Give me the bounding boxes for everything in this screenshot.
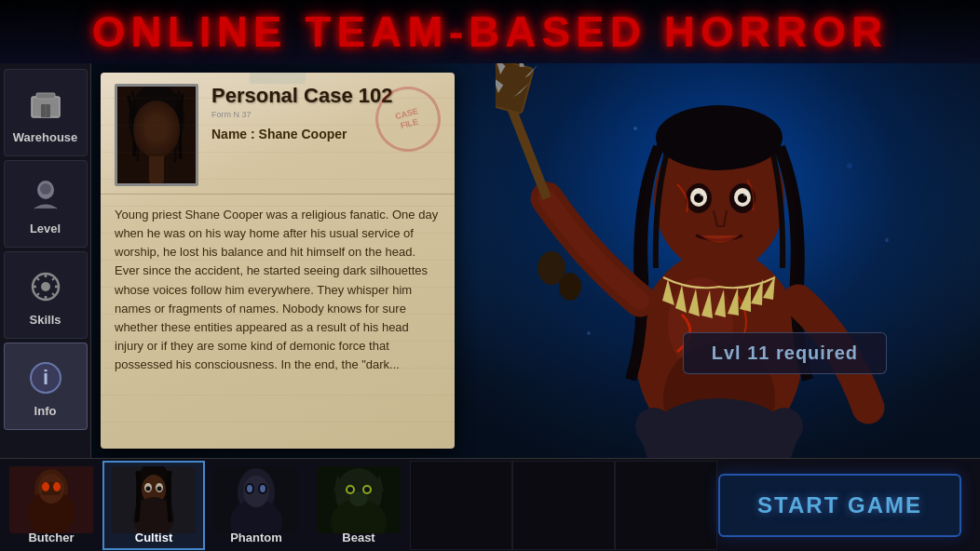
svg-point-75 <box>42 482 49 491</box>
svg-point-62 <box>559 273 581 301</box>
beast-bg <box>317 466 401 533</box>
char-slot-empty-3 <box>615 461 717 550</box>
sidebar: Warehouse Level <box>0 63 91 458</box>
svg-point-7 <box>41 282 50 291</box>
info-icon: i <box>23 356 68 400</box>
butcher-bg <box>9 466 93 533</box>
svg-rect-1 <box>36 93 55 99</box>
svg-line-12 <box>36 277 39 280</box>
sidebar-item-skills[interactable]: Skills <box>4 251 88 339</box>
skills-label: Skills <box>30 313 61 327</box>
svg-point-19 <box>129 87 184 155</box>
case-tape <box>250 73 306 84</box>
title-banner: ONLINE TEAM-BASED HORROR <box>0 0 980 63</box>
svg-line-15 <box>36 293 39 296</box>
main-content: CASEFILE <box>91 63 980 458</box>
svg-point-52 <box>700 193 703 196</box>
char-slot-beast[interactable]: Beast <box>307 461 410 550</box>
svg-point-23 <box>159 125 169 136</box>
case-description: Young priest Shane Cooper was a religiou… <box>101 195 455 385</box>
svg-point-69 <box>587 331 591 335</box>
svg-point-76 <box>53 482 61 491</box>
character-selector: Butcher <box>0 458 980 551</box>
svg-text:i: i <box>42 366 48 389</box>
case-file: CASEFILE <box>101 73 455 449</box>
char-slot-empty-1 <box>410 461 512 550</box>
app-title: ONLINE TEAM-BASED HORROR <box>92 7 888 57</box>
skills-icon <box>23 264 68 309</box>
svg-rect-30 <box>149 155 164 183</box>
svg-point-24 <box>147 128 153 134</box>
case-portrait <box>115 84 198 186</box>
svg-point-53 <box>743 193 747 196</box>
warehouse-icon <box>23 82 68 127</box>
svg-point-84 <box>157 486 162 491</box>
stamp-text: CASEFILE <box>394 106 422 131</box>
svg-point-67 <box>847 163 852 168</box>
svg-point-68 <box>885 238 889 242</box>
monster-area: Lvl 11 required <box>402 63 980 458</box>
char-slot-butcher[interactable]: Butcher <box>0 461 102 550</box>
char-slot-empty-2 <box>512 461 615 550</box>
level-required-text: Lvl 11 required <box>712 343 858 363</box>
svg-point-83 <box>146 486 151 491</box>
svg-point-92 <box>260 485 265 492</box>
svg-point-20 <box>138 112 175 158</box>
svg-point-22 <box>145 125 155 136</box>
char-portrait-beast <box>317 466 401 533</box>
warehouse-label: Warehouse <box>13 130 78 144</box>
level-icon <box>23 173 68 218</box>
cultist-bg <box>112 466 196 533</box>
svg-line-13 <box>52 293 55 296</box>
monster-svg-container <box>496 63 961 458</box>
svg-point-45 <box>656 105 783 170</box>
beast-label: Beast <box>342 531 374 544</box>
svg-point-5 <box>40 183 51 195</box>
svg-line-28 <box>159 122 166 133</box>
portrait-face <box>117 87 196 183</box>
svg-point-99 <box>347 487 353 492</box>
info-label: Info <box>34 404 57 418</box>
phantom-label: Phantom <box>230 531 282 544</box>
char-slot-cultist[interactable]: Cultist <box>102 461 205 550</box>
sidebar-item-level[interactable]: Level <box>4 160 88 248</box>
svg-point-25 <box>161 128 167 134</box>
svg-point-26 <box>143 123 157 138</box>
cultist-label: Cultist <box>135 531 172 544</box>
char-slot-phantom[interactable]: Phantom <box>205 461 307 550</box>
svg-point-91 <box>247 485 252 492</box>
sidebar-item-warehouse[interactable]: Warehouse <box>4 69 88 156</box>
phantom-bg <box>214 466 298 533</box>
svg-point-21 <box>145 122 160 141</box>
start-game-button[interactable]: START GAME <box>718 474 961 537</box>
butcher-label: Butcher <box>28 531 74 544</box>
level-required-badge: Lvl 11 required <box>683 332 887 374</box>
char-portrait-cultist <box>112 466 196 533</box>
char-portrait-phantom <box>214 466 298 533</box>
level-label: Level <box>30 222 61 235</box>
svg-point-66 <box>633 127 637 130</box>
svg-line-14 <box>52 277 55 280</box>
char-portrait-butcher <box>9 466 93 533</box>
svg-line-29 <box>157 122 162 128</box>
sidebar-item-info[interactable]: i Info <box>4 343 88 430</box>
svg-point-100 <box>364 487 370 492</box>
svg-point-27 <box>157 123 170 138</box>
